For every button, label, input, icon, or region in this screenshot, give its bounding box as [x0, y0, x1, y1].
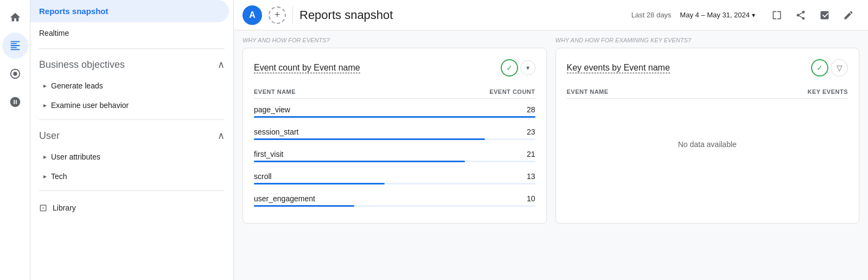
- card1-title[interactable]: Event count by Event name: [254, 63, 360, 73]
- event-count-card: Event count by Event name ✓ ▾ EVENT NAME…: [242, 48, 547, 224]
- content-area: WHY AND HOW FOR EVENTS? WHY AND HOW FOR …: [234, 30, 868, 280]
- nav-divider-3: [39, 190, 225, 191]
- date-range: Last 28 days May 4 – May 31, 2024 ▾: [631, 8, 760, 22]
- nav-user-attributes[interactable]: ▸ User attributes: [30, 147, 233, 167]
- event-name: session_start: [254, 128, 298, 136]
- event-count: 10: [527, 194, 535, 203]
- progress-bar-fill: [254, 183, 385, 184]
- card1-check-button[interactable]: ✓: [501, 59, 518, 77]
- tech-label: Tech: [51, 172, 67, 181]
- card2-col2-label: KEY EVENTS: [808, 88, 848, 95]
- examine-user-behavior-label: Examine user behavior: [51, 101, 129, 110]
- header-actions: [766, 4, 859, 26]
- avatar: A: [242, 5, 262, 25]
- arrow-icon: ▸: [43, 153, 47, 161]
- no-data-message: No data available: [567, 101, 848, 188]
- progress-bar-fill: [254, 138, 485, 140]
- card2-header: Key events by Event name ✓ ▽: [567, 59, 848, 77]
- event-count: 13: [527, 172, 535, 181]
- nav-generate-leads[interactable]: ▸ Generate leads: [30, 76, 233, 96]
- arrow-icon: ▸: [43, 173, 47, 180]
- svg-point-1: [13, 72, 17, 75]
- date-range-label: Last 28 days: [631, 11, 672, 19]
- page-title: Reports snapshot: [299, 8, 625, 22]
- date-range-dropdown[interactable]: May 4 – May 31, 2024 ▾: [675, 8, 760, 22]
- truncated-header-2: WHY AND HOW FOR EXAMINING KEY EVENTS?: [556, 37, 860, 43]
- card1-actions: ✓ ▾: [501, 59, 535, 77]
- reports-icon-btn[interactable]: [2, 33, 28, 59]
- progress-bar-fill: [254, 205, 354, 207]
- library-icon: ⊡: [39, 202, 47, 214]
- table-row: user_engagement 10: [254, 190, 535, 212]
- key-events-card: Key events by Event name ✓ ▽ EVENT NAME …: [556, 48, 860, 224]
- event-count: 21: [527, 150, 535, 158]
- nav-library[interactable]: ⊡ Library: [30, 195, 233, 220]
- card1-col2-label: EVENT COUNT: [489, 88, 535, 95]
- progress-bar-bg: [254, 138, 535, 140]
- card2-table-header: EVENT NAME KEY EVENTS: [567, 85, 848, 99]
- event-name: page_view: [254, 105, 290, 114]
- compare-icon-btn[interactable]: [766, 4, 788, 26]
- add-comparison-button[interactable]: +: [269, 7, 286, 24]
- arrow-icon: ▸: [43, 82, 47, 90]
- business-objectives-section: Business objectives ∧: [30, 53, 233, 76]
- event-count: 28: [527, 105, 535, 114]
- event-name: scroll: [254, 172, 272, 181]
- progress-bar-bg: [254, 183, 535, 184]
- home-icon-btn[interactable]: [2, 4, 28, 30]
- cards-row: Event count by Event name ✓ ▾ EVENT NAME…: [242, 48, 859, 224]
- nav-sidebar: Reports snapshot Realtime Business objec…: [30, 0, 234, 280]
- nav-reports-snapshot[interactable]: Reports snapshot: [30, 0, 229, 22]
- truncated-header-1: WHY AND HOW FOR EVENTS?: [242, 37, 547, 43]
- card1-chevron-button[interactable]: ▾: [520, 60, 535, 75]
- advertising-icon-btn[interactable]: [2, 89, 28, 115]
- table-row: first_visit 21: [254, 145, 535, 168]
- card1-rows: page_view 28 session_start 23 first_visi…: [254, 101, 535, 212]
- nav-divider-1: [39, 48, 225, 49]
- progress-bar-bg: [254, 161, 535, 162]
- event-name: user_engagement: [254, 194, 315, 203]
- user-attributes-label: User attributes: [51, 152, 100, 161]
- arrow-icon: ▸: [43, 101, 47, 109]
- progress-bar-fill: [254, 116, 535, 118]
- main-header: A + Reports snapshot Last 28 days May 4 …: [234, 0, 868, 30]
- business-objectives-collapse[interactable]: ∧: [218, 59, 225, 71]
- card2-filter-button[interactable]: ▽: [831, 59, 848, 77]
- card2-col1-label: EVENT NAME: [567, 88, 609, 95]
- user-section-collapse[interactable]: ∧: [218, 130, 225, 142]
- user-section-label: User: [39, 130, 60, 142]
- insights-icon-btn[interactable]: [814, 4, 835, 26]
- edit-icon-btn[interactable]: [838, 4, 859, 26]
- card2-title[interactable]: Key events by Event name: [567, 63, 670, 73]
- progress-bar-bg: [254, 205, 535, 207]
- header-divider: [292, 7, 293, 24]
- share-icon-btn[interactable]: [790, 4, 812, 26]
- nav-examine-user-behavior[interactable]: ▸ Examine user behavior: [30, 96, 233, 115]
- nav-realtime[interactable]: Realtime: [30, 22, 233, 44]
- nav-divider-2: [39, 119, 225, 120]
- card1-col1-label: EVENT NAME: [254, 88, 296, 95]
- table-row: session_start 23: [254, 123, 535, 145]
- event-count: 23: [527, 128, 535, 136]
- dropdown-chevron-icon: ▾: [752, 11, 755, 19]
- main-content: A + Reports snapshot Last 28 days May 4 …: [234, 0, 868, 280]
- card2-actions: ✓ ▽: [811, 59, 848, 77]
- library-label: Library: [53, 203, 76, 212]
- explore-icon-btn[interactable]: [2, 61, 28, 87]
- event-name: first_visit: [254, 150, 283, 158]
- card1-header: Event count by Event name ✓ ▾: [254, 59, 535, 77]
- card1-table-header: EVENT NAME EVENT COUNT: [254, 85, 535, 99]
- generate-leads-label: Generate leads: [51, 81, 103, 90]
- user-section: User ∧: [30, 124, 233, 147]
- table-row: scroll 13: [254, 168, 535, 190]
- progress-bar-fill: [254, 161, 465, 162]
- date-range-value: May 4 – May 31, 2024: [680, 11, 750, 19]
- progress-bar-bg: [254, 116, 535, 118]
- business-objectives-label: Business objectives: [39, 59, 125, 71]
- card2-check-button[interactable]: ✓: [811, 59, 828, 77]
- icon-sidebar: [0, 0, 30, 280]
- table-row: page_view 28: [254, 101, 535, 123]
- nav-tech[interactable]: ▸ Tech: [30, 167, 233, 186]
